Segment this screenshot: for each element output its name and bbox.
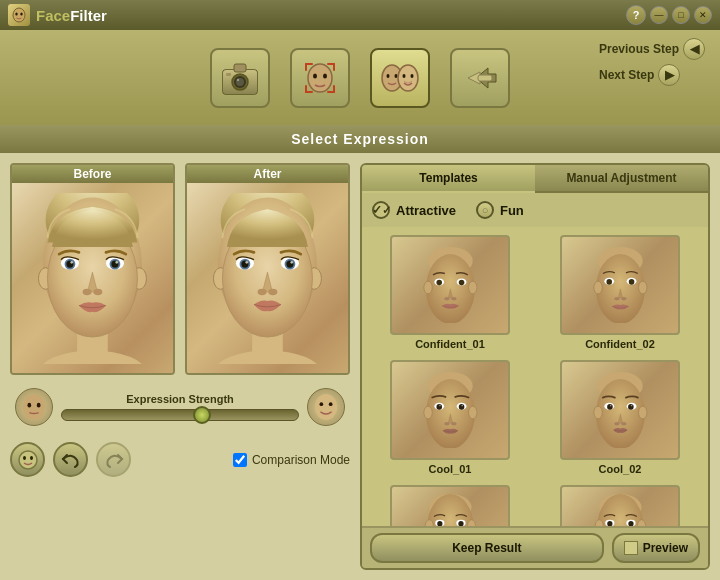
- svg-point-91: [621, 297, 627, 300]
- before-after-panels: Before: [10, 163, 350, 375]
- app-title: FaceFilter: [36, 7, 107, 24]
- svg-point-103: [451, 422, 457, 425]
- panel-bottom: Keep Result Preview: [362, 526, 708, 568]
- svg-point-107: [638, 406, 646, 419]
- before-panel: Before: [10, 163, 175, 375]
- next-step-button[interactable]: Next Step ▶: [599, 64, 705, 86]
- svg-rect-28: [478, 75, 492, 81]
- toolbar: Previous Step ◀ Next Step ▶: [0, 30, 720, 125]
- svg-point-63: [23, 394, 45, 420]
- svg-point-24: [395, 74, 398, 78]
- svg-point-122: [437, 521, 442, 526]
- smiley-button[interactable]: [10, 442, 45, 477]
- slider-container: Expression Strength: [61, 393, 299, 421]
- face-thumb-cool-02[interactable]: [560, 360, 680, 460]
- face-thumb-more-02[interactable]: [560, 485, 680, 526]
- after-image: [187, 183, 348, 373]
- face-item-more-02[interactable]: More_02: [540, 485, 700, 526]
- previous-arrow-icon: ◀: [683, 38, 705, 60]
- next-arrow-icon: ▶: [658, 64, 680, 86]
- expression-tool-button[interactable]: [370, 48, 430, 108]
- svg-point-67: [319, 402, 323, 406]
- face-item-more-01[interactable]: More_01: [370, 485, 530, 526]
- svg-point-98: [436, 404, 442, 410]
- svg-point-68: [329, 402, 333, 406]
- face-name-confident-01: Confident_01: [415, 338, 485, 350]
- category-fun[interactable]: ○ Fun: [476, 201, 524, 219]
- comparison-mode-checkbox[interactable]: [233, 453, 247, 467]
- title-face: Face: [36, 7, 70, 24]
- face-thumb-more-01[interactable]: [390, 485, 510, 526]
- svg-rect-19: [305, 91, 313, 93]
- step-navigation: Previous Step ◀ Next Step ▶: [599, 38, 705, 86]
- expression-strength-label: Expression Strength: [126, 393, 234, 405]
- svg-point-114: [614, 422, 620, 425]
- face-thumb-cool-01[interactable]: [390, 360, 510, 460]
- face-item-confident-02[interactable]: Confident_02: [540, 235, 700, 350]
- svg-point-112: [609, 404, 611, 406]
- after-label: After: [187, 165, 348, 183]
- svg-point-88: [606, 279, 612, 285]
- preview-button[interactable]: Preview: [612, 533, 700, 563]
- svg-rect-21: [333, 85, 335, 93]
- tab-manual-adjustment[interactable]: Manual Adjustment: [535, 165, 708, 193]
- window-controls: ? — □ ✕: [626, 5, 712, 25]
- keep-result-button[interactable]: Keep Result: [370, 533, 604, 563]
- svg-rect-10: [226, 73, 231, 76]
- svg-point-62: [268, 288, 277, 294]
- svg-point-12: [313, 73, 317, 78]
- face-item-cool-02[interactable]: Cool_02: [540, 360, 700, 475]
- fun-radio[interactable]: ○: [476, 201, 494, 219]
- attractive-radio[interactable]: ✓: [372, 201, 390, 219]
- svg-point-110: [607, 404, 613, 410]
- svg-point-79: [458, 279, 464, 285]
- svg-point-81: [451, 297, 457, 300]
- svg-point-27: [411, 74, 414, 78]
- tabs: Templates Manual Adjustment: [362, 165, 708, 193]
- previous-step-label: Previous Step: [599, 42, 679, 56]
- svg-point-25: [398, 65, 418, 91]
- detect-tool-button[interactable]: [290, 48, 350, 108]
- category-attractive[interactable]: ✓ Attractive: [372, 201, 456, 219]
- expression-strength-slider[interactable]: [61, 409, 299, 421]
- face-item-confident-01[interactable]: Confident_01: [370, 235, 530, 350]
- redo-button[interactable]: [96, 442, 131, 477]
- comparison-mode-label[interactable]: Comparison Mode: [252, 453, 350, 467]
- help-button[interactable]: ?: [626, 5, 646, 25]
- tab-templates[interactable]: Templates: [362, 165, 535, 193]
- svg-rect-5: [234, 64, 246, 72]
- maximize-button[interactable]: □: [672, 6, 690, 24]
- close-button[interactable]: ✕: [694, 6, 712, 24]
- svg-point-11: [308, 64, 332, 92]
- back-tool-button[interactable]: [450, 48, 510, 108]
- face-thumb-confident-01[interactable]: [390, 235, 510, 335]
- section-title: Select Expression: [0, 125, 720, 153]
- title-bar: FaceFilter ? — □ ✕: [0, 0, 720, 30]
- left-panel: Before: [10, 163, 350, 570]
- main-content: Before: [0, 153, 720, 580]
- svg-point-115: [621, 422, 627, 425]
- undo-button[interactable]: [53, 442, 88, 477]
- before-image: [12, 183, 173, 373]
- face-item-cool-01[interactable]: Cool_01: [370, 360, 530, 475]
- svg-point-101: [461, 404, 463, 406]
- face-mini-right: [307, 388, 345, 426]
- comparison-mode-group: Comparison Mode: [233, 453, 350, 467]
- svg-point-85: [638, 281, 646, 294]
- svg-point-100: [439, 404, 441, 406]
- minimize-button[interactable]: —: [650, 6, 668, 24]
- svg-point-43: [115, 260, 118, 263]
- svg-point-13: [323, 73, 327, 78]
- svg-point-131: [628, 521, 633, 526]
- svg-point-60: [290, 260, 293, 263]
- preview-checkbox[interactable]: [624, 541, 638, 555]
- next-step-label: Next Step: [599, 68, 654, 82]
- svg-point-0: [13, 8, 25, 22]
- camera-tool-button[interactable]: [210, 48, 270, 108]
- svg-point-84: [593, 281, 601, 294]
- previous-step-button[interactable]: Previous Step ◀: [599, 38, 705, 60]
- svg-point-69: [19, 451, 37, 469]
- svg-point-9: [237, 78, 239, 80]
- face-thumb-confident-02[interactable]: [560, 235, 680, 335]
- svg-point-64: [27, 403, 31, 408]
